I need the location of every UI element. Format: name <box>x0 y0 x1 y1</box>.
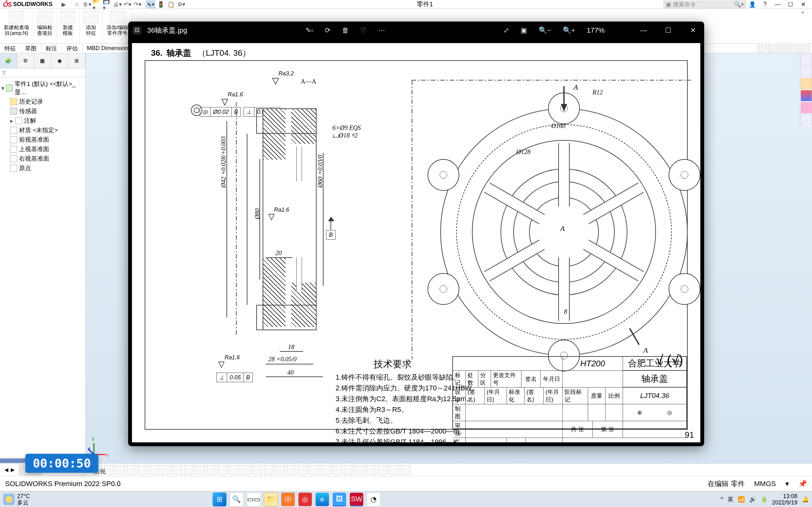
pv-favorite-icon[interactable]: ♡ <box>360 26 367 35</box>
tab-mbd[interactable]: MBD Dimensions <box>83 44 136 53</box>
sketch-tool-8-icon[interactable] <box>172 465 182 475</box>
tray-lang[interactable]: 英 <box>728 496 733 503</box>
start-button-icon[interactable]: ⊞ <box>212 493 226 506</box>
tree-filter[interactable]: ▽ <box>0 68 85 77</box>
sketch-tool-28-icon[interactable] <box>401 465 410 475</box>
fm-more-tab-icon[interactable]: ⊞ <box>68 53 85 68</box>
photos-icon[interactable]: 🖼 <box>333 493 346 506</box>
tab-scroll-right-icon[interactable]: ▶ <box>9 467 16 473</box>
tree-sensors[interactable]: 传感器 <box>1 107 84 116</box>
tab-evaluate[interactable]: 评估 <box>62 43 83 54</box>
viewport-split-icon[interactable] <box>768 45 778 52</box>
sketch-tool-18-icon[interactable] <box>287 465 296 475</box>
redo-icon[interactable]: ↷▾ <box>133 1 142 8</box>
sketch-tool-4-icon[interactable] <box>127 465 136 475</box>
taskpane-custom-icon[interactable] <box>801 102 812 113</box>
sketch-tool-5-icon[interactable] <box>138 465 148 475</box>
pv-edit-icon[interactable]: ✎▫ <box>305 26 314 35</box>
sketch-tool-7-icon[interactable] <box>161 465 171 475</box>
tray-battery-icon[interactable]: 🔋 <box>761 496 768 503</box>
pv-minimize-icon[interactable]: — <box>637 24 650 37</box>
select-icon[interactable]: ⬉▾ <box>146 1 155 8</box>
new-icon[interactable]: 🗎▾ <box>83 1 91 8</box>
tree-annotations[interactable]: ▸注解 <box>1 116 84 125</box>
tab-scroll-left-icon[interactable]: ◀ <box>3 467 9 473</box>
help-icon[interactable]: ? <box>759 1 771 8</box>
taskpane-library-icon[interactable] <box>801 114 812 125</box>
save-icon[interactable]: 💾▾ <box>103 1 112 8</box>
pv-maximize-icon[interactable]: ☐ <box>662 24 675 37</box>
sketch-tool-11-icon[interactable] <box>207 465 216 475</box>
pv-delete-icon[interactable]: 🗑 <box>342 26 349 35</box>
taskpane-home-icon[interactable] <box>801 54 812 65</box>
taskpane-palette-icon[interactable] <box>801 90 812 101</box>
tray-date[interactable]: 2022/9/19 <box>772 499 798 506</box>
taskbar-search-icon[interactable]: 🔍 <box>230 493 244 506</box>
viewport-min-icon[interactable] <box>779 45 789 52</box>
tray-notifications-icon[interactable]: 🔔 <box>802 496 809 503</box>
sketch-tool-25-icon[interactable] <box>367 465 376 475</box>
sketch-tool-19-icon[interactable] <box>298 465 308 475</box>
pv-zoom-in-icon[interactable]: 🔍+ <box>563 26 575 35</box>
sketch-tool-10-icon[interactable] <box>195 465 205 475</box>
sketch-tool-17-icon[interactable] <box>275 465 285 475</box>
task-app-1-icon[interactable]: ⦿ <box>281 493 295 506</box>
fm-config-tab-icon[interactable]: ⚙ <box>17 53 34 68</box>
tree-material[interactable]: 材质 <未指定> <box>1 125 84 135</box>
pv-fullscreen-icon[interactable]: ⤢ <box>503 26 509 35</box>
task-app-3-icon[interactable]: ◔ <box>367 493 380 506</box>
tab-features[interactable]: 特征 <box>0 43 20 54</box>
sketch-tool-20-icon[interactable] <box>310 465 319 475</box>
home-icon[interactable]: ⌂ <box>72 1 81 8</box>
tree-history[interactable]: 历史记录 <box>1 97 84 107</box>
sketch-tool-15-icon[interactable] <box>252 465 262 475</box>
sketch-tool-22-icon[interactable] <box>333 465 342 475</box>
traffic-icon[interactable]: 🚦 <box>156 1 165 8</box>
explorer-icon[interactable]: 📁 <box>264 493 278 506</box>
gear-icon[interactable]: ⚙▾ <box>177 1 186 8</box>
fm-tree-tab-icon[interactable]: 🧩 <box>0 53 17 68</box>
taskpane-resources-icon[interactable] <box>801 66 812 77</box>
tree-right-plane[interactable]: 右视基准面 <box>1 154 84 164</box>
sketch-tool-24-icon[interactable] <box>355 465 365 475</box>
pv-rotate-icon[interactable]: ⟳ <box>325 26 331 35</box>
search-command-input[interactable]: ▣ 搜索命令 🔍▾ <box>664 1 746 8</box>
tray-volume-icon[interactable]: 🔊 <box>749 496 756 503</box>
play-icon[interactable]: ▶ <box>59 1 68 8</box>
pv-close-icon[interactable]: ✕ <box>687 24 700 37</box>
options-list-icon[interactable]: 📋 <box>166 1 175 8</box>
undo-icon[interactable]: ↶▾ <box>123 1 132 8</box>
ribbon-new-check-item[interactable]: 新建检查项目(amp;N) <box>0 9 33 43</box>
sketch-tool-21-icon[interactable] <box>321 465 331 475</box>
solidworks-icon[interactable]: SW <box>350 493 363 506</box>
sketch-tool-13-icon[interactable] <box>230 465 239 475</box>
sketch-tool-12-icon[interactable] <box>218 465 228 475</box>
sketch-tool-9-icon[interactable] <box>184 465 194 475</box>
tree-top-plane[interactable]: 上视基准面 <box>1 145 84 154</box>
sketch-tool-23-icon[interactable] <box>344 465 353 475</box>
task-view-icon[interactable]: ▭▭ <box>247 493 261 506</box>
task-app-2-icon[interactable]: ◎ <box>298 493 312 506</box>
status-pin-icon[interactable]: 📌 <box>798 480 807 488</box>
pv-more-icon[interactable]: ⋯ <box>378 26 385 35</box>
tray-chevron-icon[interactable]: ^ <box>720 496 723 503</box>
fm-prop-tab-icon[interactable]: ▦ <box>34 53 51 68</box>
edge-icon[interactable]: e <box>315 493 329 506</box>
maximize-icon[interactable]: ☐ <box>784 1 797 8</box>
ribbon-new-template[interactable]: 新建模板 <box>56 9 80 43</box>
tree-front-plane[interactable]: 前视基准面 <box>1 135 84 145</box>
fm-display-tab-icon[interactable]: ◉ <box>51 53 68 68</box>
user-icon[interactable]: 👤 <box>746 1 759 8</box>
ribbon-collapse-icon[interactable]: ⌃ <box>801 11 805 17</box>
sketch-tool-14-icon[interactable] <box>241 465 251 475</box>
close-icon[interactable]: ✕ <box>797 1 809 8</box>
viewport-close-icon[interactable] <box>801 45 810 52</box>
tree-origin[interactable]: 原点 <box>1 164 84 173</box>
pv-frame-icon[interactable]: ▣ <box>520 26 527 35</box>
tray-time[interactable]: 13:08 <box>772 493 798 499</box>
open-icon[interactable]: 📂▾ <box>93 1 101 8</box>
minimize-icon[interactable]: — <box>771 1 784 8</box>
viewport-max-icon[interactable] <box>790 45 799 52</box>
status-units[interactable]: MMGS <box>754 480 776 488</box>
ribbon-edit-check[interactable]: 编辑检查项目 <box>33 9 56 43</box>
